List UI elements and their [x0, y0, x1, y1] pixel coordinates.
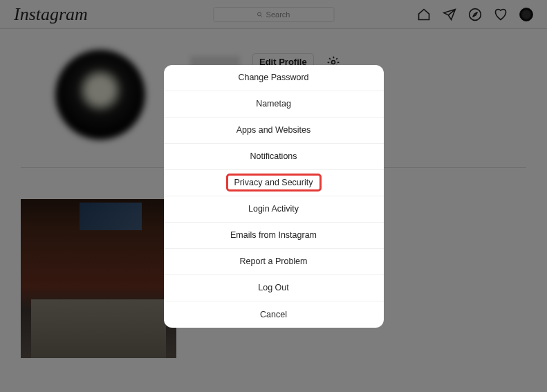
- modal-item-login-activity[interactable]: Login Activity: [164, 196, 384, 223]
- modal-item-emails[interactable]: Emails from Instagram: [164, 223, 384, 249]
- modal-item-notifications[interactable]: Notifications: [164, 144, 384, 170]
- settings-modal: Change Password Nametag Apps and Website…: [164, 65, 384, 328]
- modal-item-cancel[interactable]: Cancel: [164, 301, 384, 328]
- modal-item-log-out[interactable]: Log Out: [164, 275, 384, 301]
- modal-item-privacy-security[interactable]: Privacy and Security: [164, 170, 384, 196]
- modal-item-nametag[interactable]: Nametag: [164, 91, 384, 118]
- modal-item-change-password[interactable]: Change Password: [164, 65, 384, 91]
- modal-item-apps-websites[interactable]: Apps and Websites: [164, 118, 384, 144]
- modal-item-report-problem[interactable]: Report a Problem: [164, 249, 384, 275]
